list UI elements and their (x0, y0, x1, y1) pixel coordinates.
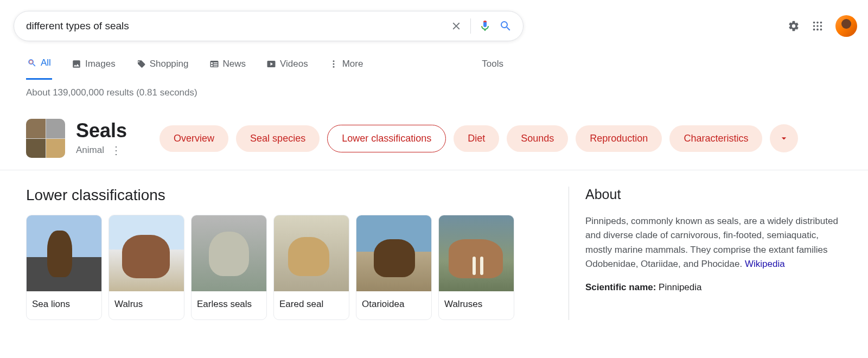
card-walrus[interactable]: Walrus (108, 215, 184, 320)
svg-point-1 (816, 22, 819, 24)
fact-label: Scientific name: (585, 282, 656, 292)
more-vert-icon (329, 59, 339, 69)
card-image (109, 215, 184, 291)
tab-label: More (342, 59, 363, 69)
tab-videos[interactable]: Videos (265, 53, 309, 79)
svg-point-12 (333, 66, 334, 67)
card-label: Eared seal (274, 291, 349, 319)
svg-point-9 (29, 60, 33, 63)
tag-icon (136, 59, 146, 69)
play-icon (266, 59, 276, 69)
about-title: About (585, 187, 840, 202)
settings-icon[interactable] (788, 20, 800, 32)
voice-search-icon[interactable] (478, 20, 492, 33)
tab-all[interactable]: All (26, 52, 52, 80)
svg-point-3 (813, 25, 815, 27)
svg-point-11 (333, 63, 334, 65)
tab-label: News (223, 59, 246, 69)
svg-point-7 (816, 29, 819, 31)
chip-lower-classifications[interactable]: Lower classifications (327, 125, 446, 152)
tab-label: All (41, 57, 51, 68)
search-bar (14, 11, 524, 41)
about-description: Pinnipeds, commonly known as seals, are … (585, 216, 838, 269)
search-icon[interactable] (499, 20, 512, 33)
tools-toggle[interactable]: Tools (481, 53, 505, 79)
search-divider (470, 18, 471, 34)
about-source-link[interactable]: Wikipedia (745, 259, 785, 269)
card-image (274, 215, 349, 291)
card-walruses[interactable]: Walruses (438, 215, 514, 320)
chip-sounds[interactable]: Sounds (507, 125, 568, 152)
tab-label: Videos (280, 59, 308, 69)
card-label: Walrus (109, 291, 184, 319)
svg-point-10 (333, 60, 334, 62)
apps-icon[interactable] (812, 20, 824, 32)
magnifier-icon (27, 58, 37, 68)
knowledge-panel-header: Seals Animal ⋮ Overview Seal species Low… (0, 98, 868, 170)
kp-subtitle: Animal (76, 145, 104, 156)
tab-label: Shopping (150, 59, 189, 69)
kp-title: Seals (76, 121, 127, 140)
tab-more[interactable]: More (328, 53, 365, 79)
kp-thumbnail[interactable] (26, 119, 65, 158)
chip-reproduction[interactable]: Reproduction (576, 125, 662, 152)
kp-chips: Overview Seal species Lower classificati… (159, 124, 798, 152)
chip-overview[interactable]: Overview (159, 125, 228, 152)
card-sea-lions[interactable]: Sea lions (26, 215, 102, 320)
svg-point-2 (820, 22, 822, 24)
card-label: Walruses (439, 291, 514, 319)
search-input[interactable] (25, 20, 442, 33)
card-label: Sea lions (27, 291, 101, 319)
about-text: Pinnipeds, commonly known as seals, are … (585, 214, 840, 271)
card-image (356, 215, 431, 291)
clear-icon[interactable] (450, 20, 463, 33)
left-column: Lower classifications Sea lions Walrus E… (26, 187, 552, 320)
fact-value: Pinnipedia (659, 282, 701, 292)
card-eared-seal[interactable]: Eared seal (273, 215, 349, 320)
about-panel: About Pinnipeds, commonly known as seals… (569, 187, 840, 320)
chip-expand-icon[interactable] (770, 124, 798, 152)
card-image (439, 215, 514, 291)
svg-point-4 (816, 25, 819, 27)
header-row (0, 0, 868, 47)
news-icon (209, 59, 219, 69)
fact-row: Scientific name: Pinnipedia (585, 282, 840, 293)
card-label: Earless seals (192, 291, 266, 319)
chip-diet[interactable]: Diet (454, 125, 499, 152)
card-image (27, 215, 101, 291)
chip-seal-species[interactable]: Seal species (236, 125, 320, 152)
content-area: Lower classifications Sea lions Walrus E… (0, 170, 868, 320)
card-image (192, 215, 266, 291)
result-stats: About 139,000,000 results (0.81 seconds) (0, 80, 868, 98)
tab-news[interactable]: News (208, 53, 247, 79)
kp-title-block: Seals Animal ⋮ (76, 121, 127, 156)
tab-shopping[interactable]: Shopping (135, 53, 190, 79)
svg-point-5 (820, 25, 822, 27)
tab-label: Images (85, 59, 116, 69)
search-tabs: All Images Shopping News Videos More Too… (0, 47, 868, 80)
card-label: Otarioidea (356, 291, 431, 319)
tab-images[interactable]: Images (71, 53, 117, 79)
svg-point-6 (813, 29, 815, 31)
svg-point-0 (813, 22, 815, 24)
image-icon (72, 59, 81, 69)
account-avatar[interactable] (835, 15, 857, 37)
classification-cards: Sea lions Walrus Earless seals Eared sea… (26, 215, 552, 320)
chip-characteristics[interactable]: Characteristics (669, 125, 762, 152)
card-otarioidea[interactable]: Otarioidea (356, 215, 432, 320)
card-earless-seals[interactable]: Earless seals (191, 215, 267, 320)
svg-point-8 (820, 29, 822, 31)
section-title: Lower classifications (26, 187, 552, 204)
